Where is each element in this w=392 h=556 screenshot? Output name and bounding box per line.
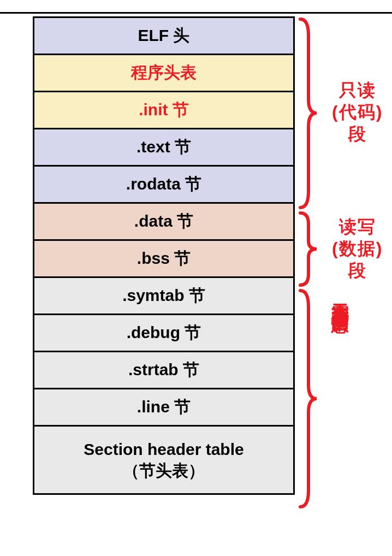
row-text: .text 节 [34,129,293,167]
annotation-line: (数据) [332,238,383,259]
brace-readwrite [298,210,319,288]
annotation-noload: 无需装入到存储空间的信息 [330,289,351,303]
row-label: .line 节 [137,396,191,418]
row-label: .bss 节 [137,247,191,270]
row-label: .debug 节 [127,322,201,344]
diagram-container: ELF 头 程序头表 .init 节 .text 节 .rodata 节 .da… [33,16,392,495]
row-label: ELF 头 [138,25,190,47]
row-data: .data 节 [34,204,293,241]
row-bss: .bss 节 [34,241,293,278]
row-debug: .debug 节 [34,315,293,352]
brace-readonly [298,16,319,210]
row-label: .text 节 [136,136,191,158]
row-line: .line 节 [34,389,293,427]
row-label: 程序头表 [131,62,197,84]
annotation-readonly: 只读 (代码) 段 [332,79,383,145]
row-rodata: .rodata 节 [34,167,293,204]
brace-noload [298,288,319,510]
annotation-text: 无需装入到存储空间的信息 [331,289,351,303]
row-elf-header: ELF 头 [34,18,293,55]
annotation-line: 段 [332,123,383,145]
row-label: .symtab 节 [122,285,205,307]
row-init: .init 节 [34,92,293,129]
annotation-readwrite: 读写 (数据) 段 [332,216,383,281]
elf-table: ELF 头 程序头表 .init 节 .text 节 .rodata 节 .da… [33,16,295,495]
row-section-header-table: Section header table（节头表） [34,427,293,493]
annotation-line: (代码) [332,101,383,123]
row-label: .data 节 [134,210,193,233]
annotation-line: 段 [332,259,383,281]
row-label: .rodata 节 [126,173,201,196]
annotation-line: 读写 [332,216,383,238]
row-label: Section header table（节头表） [84,439,243,481]
row-program-header: 程序头表 [34,55,293,92]
row-label: .strtab 节 [128,359,199,381]
row-strtab: .strtab 节 [34,352,293,389]
top-divider [0,12,392,14]
row-symtab: .symtab 节 [34,278,293,315]
row-label: .init 节 [139,99,189,121]
annotation-line: 只读 [332,79,383,101]
